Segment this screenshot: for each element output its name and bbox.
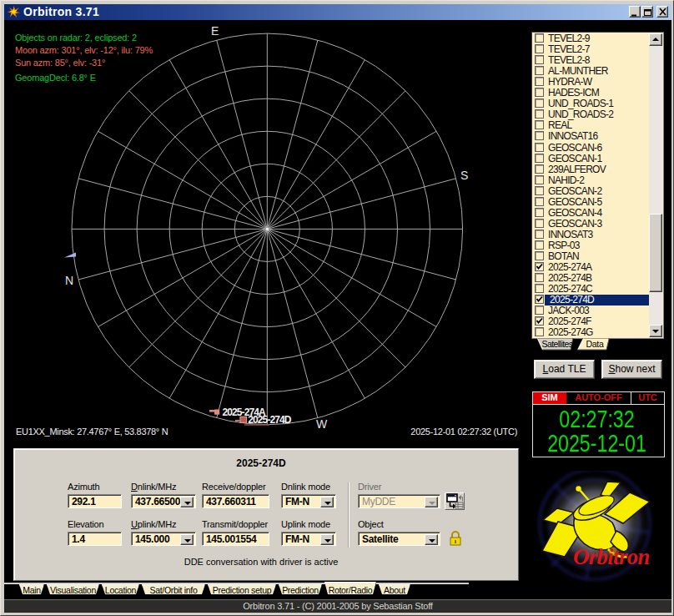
svg-text:Satellites: Satellites bbox=[541, 339, 572, 349]
svg-text:Data: Data bbox=[586, 339, 604, 349]
svg-text:Orbitron: Orbitron bbox=[573, 544, 650, 569]
